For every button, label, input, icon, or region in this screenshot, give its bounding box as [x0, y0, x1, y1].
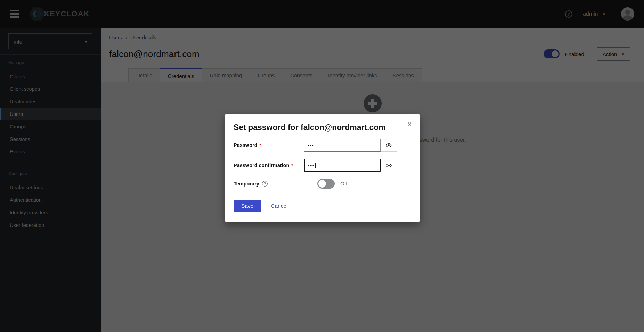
show-password-button[interactable]	[381, 139, 397, 152]
temporary-row: Temporary ? Off	[234, 179, 411, 189]
temporary-label: Temporary	[234, 181, 259, 187]
temporary-state-label: Off	[340, 181, 347, 187]
required-marker: *	[260, 143, 261, 148]
password-row: Password * •••	[234, 139, 411, 152]
modal-title: Set password for falcon@nordmart.com	[234, 122, 411, 132]
question-circle-icon[interactable]: ?	[262, 181, 268, 187]
password-confirmation-label: Password confirmation	[234, 163, 289, 168]
password-confirmation-input[interactable]: •••	[304, 159, 381, 172]
required-marker: *	[291, 163, 293, 168]
password-label: Password	[234, 142, 258, 148]
text-cursor	[315, 163, 316, 168]
show-password-confirmation-button[interactable]	[381, 159, 397, 172]
save-button[interactable]: Save	[234, 200, 261, 212]
cancel-button[interactable]: Cancel	[271, 203, 287, 209]
eye-icon	[386, 163, 392, 168]
password-confirmation-row: Password confirmation * •••	[234, 159, 411, 172]
temporary-toggle[interactable]	[317, 179, 335, 189]
eye-icon	[386, 142, 392, 148]
close-icon[interactable]: ✕	[407, 120, 412, 128]
set-password-modal: Set password for falcon@nordmart.com ✕ P…	[225, 114, 420, 222]
password-input[interactable]: •••	[304, 139, 381, 152]
